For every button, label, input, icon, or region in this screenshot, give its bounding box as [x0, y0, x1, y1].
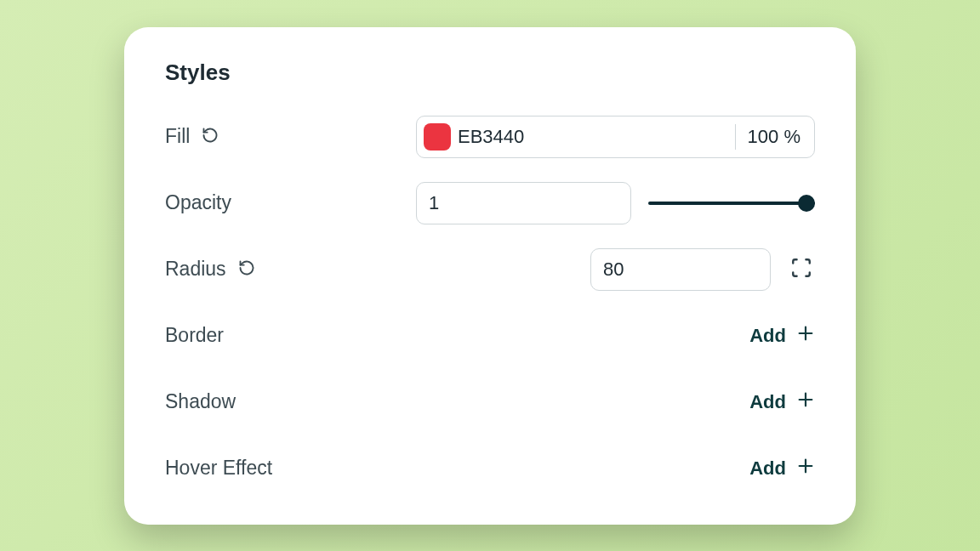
- hover-label: Hover Effect: [165, 457, 272, 480]
- fill-label: Fill: [165, 125, 190, 148]
- add-label: Add: [749, 325, 786, 347]
- opacity-input[interactable]: [416, 182, 631, 224]
- slider-thumb[interactable]: [798, 195, 815, 212]
- border-label-col: Border: [165, 324, 416, 347]
- border-add-button[interactable]: Add: [749, 324, 815, 348]
- reset-icon: [238, 259, 255, 279]
- fill-swatch[interactable]: [424, 123, 451, 151]
- fill-divider: [735, 124, 736, 150]
- fill-reset-button[interactable]: [200, 127, 220, 147]
- expand-corners-icon: [790, 257, 812, 281]
- radius-row: Radius: [165, 247, 815, 292]
- fill-controls: EB3440 100 %: [416, 116, 815, 158]
- panel-title: Styles: [165, 60, 815, 86]
- opacity-slider[interactable]: [648, 193, 815, 213]
- radius-label-col: Radius: [165, 258, 416, 281]
- fill-hex-value[interactable]: EB3440: [458, 126, 728, 148]
- shadow-label-col: Shadow: [165, 390, 416, 413]
- radius-label: Radius: [165, 258, 226, 281]
- shadow-row: Shadow Add: [165, 380, 815, 424]
- hover-controls: Add: [416, 457, 815, 480]
- border-row: Border Add: [165, 314, 815, 358]
- radius-input[interactable]: [590, 248, 771, 291]
- fill-row: Fill EB3440 100 %: [165, 115, 815, 159]
- plus-icon: [796, 324, 815, 348]
- hover-label-col: Hover Effect: [165, 457, 416, 480]
- fill-color-field[interactable]: EB3440 100 %: [416, 116, 815, 158]
- styles-panel: Styles Fill EB3440 100 % Opacity: [124, 27, 856, 525]
- reset-icon: [202, 127, 219, 146]
- radius-expand-button[interactable]: [788, 256, 815, 283]
- shadow-controls: Add: [416, 390, 815, 414]
- fill-label-col: Fill: [165, 125, 416, 148]
- hover-add-button[interactable]: Add: [749, 457, 815, 480]
- radius-reset-button[interactable]: [236, 259, 257, 280]
- shadow-add-button[interactable]: Add: [749, 390, 815, 414]
- plus-icon: [796, 390, 815, 414]
- shadow-label: Shadow: [165, 390, 236, 413]
- opacity-label-col: Opacity: [165, 191, 416, 214]
- hover-row: Hover Effect Add: [165, 446, 815, 491]
- radius-controls: [416, 248, 815, 291]
- opacity-controls: [416, 182, 815, 224]
- opacity-label: Opacity: [165, 191, 231, 214]
- add-label: Add: [749, 457, 786, 480]
- slider-track: [648, 202, 815, 205]
- plus-icon: [796, 457, 815, 480]
- border-label: Border: [165, 324, 224, 347]
- add-label: Add: [749, 391, 786, 413]
- fill-opacity-value[interactable]: 100 %: [743, 126, 806, 148]
- opacity-row: Opacity: [165, 181, 815, 225]
- border-controls: Add: [416, 324, 815, 348]
